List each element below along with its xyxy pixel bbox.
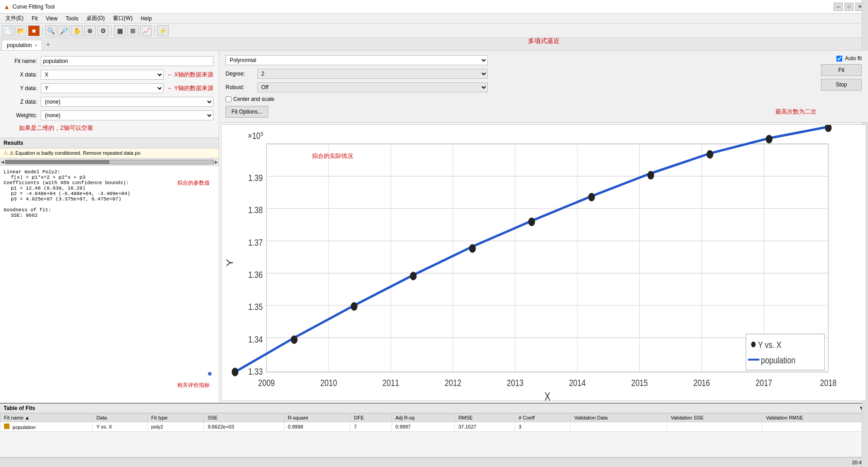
color-button[interactable]: ■ xyxy=(28,25,40,36)
table-row[interactable]: population Y vs. X poly2 9.6622e+03 0.99… xyxy=(0,422,868,432)
col-fit-type[interactable]: Fit type xyxy=(147,414,204,422)
menu-fit[interactable]: Fit xyxy=(28,14,41,23)
controls-layout: Polynomial Degree: 2 Robust: xyxy=(226,55,862,102)
status-bar: 20:41 xyxy=(0,457,868,467)
svg-point-41 xyxy=(291,336,297,343)
menu-window[interactable]: 窗口(W) xyxy=(109,14,136,23)
pan-button[interactable]: ✋ xyxy=(71,25,83,36)
z-data-row: Z data: (none) xyxy=(5,97,213,107)
weights-select[interactable]: (none) xyxy=(41,110,213,120)
svg-point-42 xyxy=(351,303,357,310)
new-button[interactable]: 📄 xyxy=(2,25,14,36)
open-button[interactable]: 📂 xyxy=(15,25,27,36)
metrics-annotation: 相关评价指标 xyxy=(177,381,210,389)
svg-text:Y vs. X: Y vs. X xyxy=(758,340,782,350)
svg-text:2012: 2012 xyxy=(445,378,462,388)
table-scroll-container[interactable]: Fit name ▲ Data Fit type SSE R-square DF… xyxy=(0,413,868,432)
z-annotation-text: 如果是二维的，Z轴可以空着 xyxy=(19,124,93,131)
col-r-square[interactable]: R-square xyxy=(284,414,350,422)
col-data[interactable]: Data xyxy=(93,414,147,422)
cell-r-square: 0.9998 xyxy=(284,422,350,432)
tab-add-button[interactable]: + xyxy=(42,38,54,50)
fit-button[interactable]: Fit xyxy=(821,64,862,76)
tab-label: population xyxy=(7,42,32,48)
blue-dot xyxy=(208,372,212,376)
main-content: Fit name: X data: X ← X轴的数据来源 Y data: Y … xyxy=(0,51,868,403)
controls-main: Polynomial Degree: 2 Robust: xyxy=(226,55,807,102)
window-controls: — □ ✕ xyxy=(834,3,864,11)
svg-point-47 xyxy=(648,172,654,179)
fit-name-input[interactable] xyxy=(41,56,213,66)
settings-button[interactable]: ⚡ xyxy=(157,25,169,36)
separator-2 xyxy=(111,26,112,36)
view1-button[interactable]: ▦ xyxy=(114,25,126,36)
tab-population[interactable]: population × xyxy=(2,40,42,50)
fit-type-select[interactable]: Polynomial xyxy=(226,55,488,65)
y-data-select[interactable]: Y xyxy=(41,83,164,93)
z-annotation-container: 如果是二维的，Z轴可以空着 xyxy=(19,124,213,132)
scroll-left-arrow[interactable]: ◀ xyxy=(1,160,4,164)
col-validation-data[interactable]: Validation Data xyxy=(571,414,667,422)
svg-text:×10⁵: ×10⁵ xyxy=(248,131,264,141)
separator-1 xyxy=(42,26,42,36)
col-adj-r-sq[interactable]: Adj R-sq xyxy=(392,414,454,422)
x-data-label: X data: xyxy=(5,71,37,78)
center-scale-checkbox[interactable] xyxy=(226,96,231,102)
robust-select[interactable]: Off xyxy=(257,82,488,92)
menu-file[interactable]: 文件(E) xyxy=(2,14,27,23)
cell-data: Y vs. X xyxy=(93,422,147,432)
data-cursor-button[interactable]: ⊕ xyxy=(84,25,96,36)
action-buttons: Auto fit Fit Stop xyxy=(812,55,862,91)
svg-text:2016: 2016 xyxy=(693,378,710,388)
menu-desktop[interactable]: 桌面(D) xyxy=(83,14,108,23)
cell-fit-name: population xyxy=(0,422,93,432)
view2-button[interactable]: ⊞ xyxy=(127,25,139,36)
col-dfe[interactable]: DFE xyxy=(350,414,392,422)
scrollbar-track[interactable] xyxy=(5,160,214,164)
svg-text:2013: 2013 xyxy=(507,378,524,388)
col-fit-name[interactable]: Fit name ▲ xyxy=(0,414,93,422)
svg-text:2009: 2009 xyxy=(258,378,275,388)
menu-view[interactable]: View xyxy=(42,14,61,23)
svg-text:1.33: 1.33 xyxy=(248,366,263,376)
autofit-checkbox[interactable] xyxy=(836,56,842,62)
results-line-7 xyxy=(4,202,215,207)
chart-svg: Y ×10⁵ 1.33 1.34 1.35 1.36 1.37 1.38 1.3… xyxy=(222,125,866,400)
cell-dfe: 7 xyxy=(350,422,392,432)
degree-select[interactable]: 2 xyxy=(257,69,488,79)
warning-icon: ⚠ xyxy=(4,150,8,156)
minimize-button[interactable]: — xyxy=(834,3,843,11)
chart-button[interactable]: 📈 xyxy=(140,25,152,36)
col-sse[interactable]: SSE xyxy=(204,414,284,422)
results-warning: ⚠ ⚠ Equation is badly conditioned. Remov… xyxy=(0,148,219,158)
tab-close-icon[interactable]: × xyxy=(34,43,37,48)
col-rmse[interactable]: RMSE xyxy=(454,414,514,422)
fit-options-button[interactable]: Fit Options... xyxy=(226,106,268,118)
col-validation-rmse[interactable]: Validation RMSE xyxy=(762,414,868,422)
results-header: Results xyxy=(0,138,219,148)
menu-help[interactable]: Help xyxy=(137,14,156,23)
col-n-coeff[interactable]: # Coeff xyxy=(515,414,571,422)
menu-tools[interactable]: Tools xyxy=(62,14,82,23)
stop-button[interactable]: Stop xyxy=(821,79,862,91)
results-line-3: Coefficients (with 95% confidence bounds… xyxy=(4,180,215,186)
maximize-button[interactable]: □ xyxy=(844,3,854,11)
fit-options-form: Fit name: X data: X ← X轴的数据来源 Y data: Y … xyxy=(0,51,219,138)
cell-validation-sse xyxy=(667,422,762,432)
plot-button[interactable]: ⚙ xyxy=(97,25,109,36)
app-icon: ▲ xyxy=(4,3,10,10)
zoom-in-button[interactable]: 🔎 xyxy=(58,25,70,36)
results-title: Results xyxy=(4,140,23,146)
x-data-select[interactable]: X xyxy=(41,70,164,80)
svg-text:population: population xyxy=(761,355,795,365)
robust-row: Robust: Off xyxy=(226,82,807,92)
tab-bar: population × + xyxy=(0,38,868,51)
zoom-out-button[interactable]: 🔍 xyxy=(45,25,57,36)
svg-text:Y: Y xyxy=(224,259,235,267)
col-validation-sse[interactable]: Validation SSE xyxy=(667,414,762,422)
scroll-right-arrow[interactable]: ▶ xyxy=(215,160,218,164)
svg-text:1.37: 1.37 xyxy=(248,237,263,248)
fits-table: Fit name ▲ Data Fit type SSE R-square DF… xyxy=(0,413,868,432)
z-data-select[interactable]: (none) xyxy=(41,97,213,107)
svg-text:1.35: 1.35 xyxy=(248,302,263,312)
